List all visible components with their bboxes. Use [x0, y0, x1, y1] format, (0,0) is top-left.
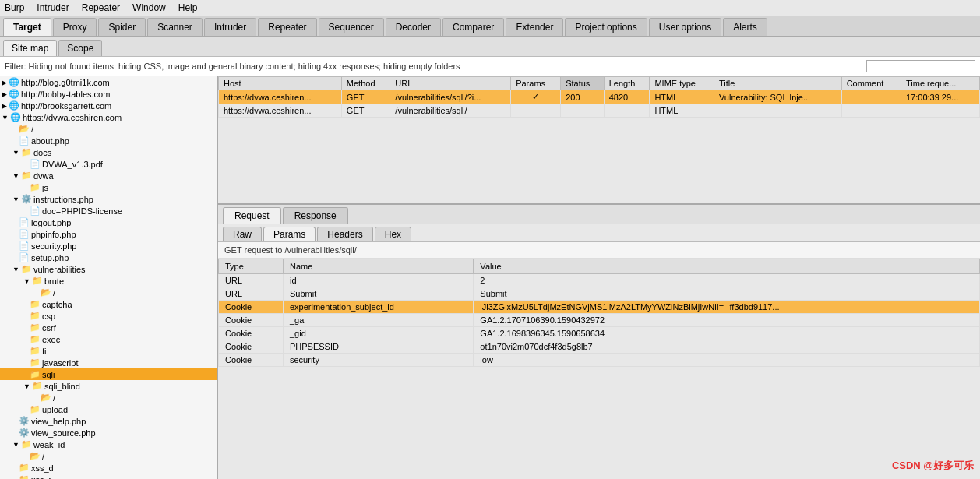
- request-row-1[interactable]: https://dvwa.ceshiren...GET/vulnerabilit…: [219, 104, 980, 118]
- tree-node-security[interactable]: 📄security.php: [0, 240, 217, 252]
- tree-arrow: ▶: [2, 102, 7, 110]
- menu-item-help[interactable]: Help: [177, 2, 199, 14]
- tab-extender[interactable]: Extender: [506, 18, 563, 36]
- tree-node-sqli_blind[interactable]: ▼📁sqli_blind: [0, 380, 217, 392]
- tree-node-doc_phpids[interactable]: 📄doc=PHPIDS-license: [0, 205, 217, 217]
- tab-intruder[interactable]: Intruder: [204, 18, 256, 36]
- tree-node-about[interactable]: 📄about.php: [0, 135, 217, 146]
- tree-node-instructions[interactable]: ▼⚙️instructions.php: [0, 193, 217, 205]
- tab-target[interactable]: Target: [3, 18, 51, 36]
- params-col-value: Value: [474, 259, 980, 274]
- tree-node-view_help[interactable]: ⚙️view_help.php: [0, 415, 217, 427]
- inner-tab-hex[interactable]: Hex: [375, 227, 411, 241]
- tab-decoder[interactable]: Decoder: [386, 18, 441, 36]
- tree-node-exec[interactable]: 📁exec: [0, 333, 217, 345]
- inner-tabs: const d8 = JSON.parse(document.getElemen…: [218, 224, 980, 242]
- tree-node-dvwa_pdf[interactable]: 📄DVWA_v1.3.pdf: [0, 158, 217, 170]
- tree-label: DVWA_v1.3.pdf: [42, 160, 103, 169]
- tab-scanner[interactable]: Scanner: [147, 18, 203, 36]
- tree-node-upload[interactable]: 📁upload: [0, 403, 217, 415]
- tree-node-brooksgarrett[interactable]: ▶🌐http://brooksgarrett.com: [0, 100, 217, 111]
- request-row-0[interactable]: https://dvwa.ceshiren...GET/vulnerabilit…: [219, 90, 980, 104]
- param-row-3[interactable]: Cookie_gaGA1.2.1707106390.1590432972: [219, 314, 980, 327]
- tree-node-captcha[interactable]: 📁captcha: [0, 298, 217, 310]
- tree-node-vulnerabilities[interactable]: ▼📁vulnerabilities: [0, 263, 217, 275]
- tab-sequencer[interactable]: Sequencer: [319, 18, 384, 36]
- col-header-comment[interactable]: Comment: [841, 77, 901, 90]
- param-cell-value: 2: [474, 274, 980, 287]
- tab-proxy[interactable]: Proxy: [53, 18, 97, 36]
- tree-node-blog[interactable]: ▶🌐http://blog.g0tmi1k.com: [0, 76, 217, 88]
- req-resp-tab-response[interactable]: Response: [283, 207, 348, 224]
- param-row-4[interactable]: Cookie_gidGA1.2.1698396345.1590658634: [219, 327, 980, 340]
- tree-icon-folder-closed: 📁: [30, 299, 41, 309]
- tree-node-brute[interactable]: ▼📁brute: [0, 275, 217, 287]
- menu-item-repeater[interactable]: Repeater: [80, 2, 122, 14]
- menu-item-intruder[interactable]: Intruder: [35, 2, 70, 14]
- col-header-url[interactable]: URL: [390, 77, 511, 90]
- col-header-title[interactable]: Title: [714, 77, 841, 90]
- col-header-host[interactable]: Host: [219, 77, 342, 90]
- tree-node-setup[interactable]: 📄setup.php: [0, 252, 217, 263]
- tree-icon-file: 📄: [19, 229, 30, 239]
- main-tab-bar: const d2 = JSON.parse(document.getElemen…: [0, 16, 980, 37]
- tab-user-options[interactable]: User options: [649, 18, 721, 36]
- request-cell: ✓: [511, 90, 561, 104]
- tree-node-dvwa_folder[interactable]: ▼📁dvwa: [0, 170, 217, 181]
- sub-tab-scope[interactable]: Scope: [58, 40, 102, 56]
- param-row-0[interactable]: URLid2: [219, 274, 980, 287]
- tree-node-javascript[interactable]: 📁javascript: [0, 357, 217, 368]
- request-cell: [841, 104, 901, 118]
- tree-node-view_source[interactable]: ⚙️view_source.php: [0, 427, 217, 438]
- col-header-method[interactable]: Method: [341, 77, 390, 90]
- menu-item-window[interactable]: Window: [131, 2, 167, 14]
- param-cell-name: experimentation_subject_id: [283, 301, 473, 314]
- tree-node-docs[interactable]: ▼📁docs: [0, 146, 217, 158]
- param-row-2[interactable]: Cookieexperimentation_subject_idlJl3ZGlx…: [219, 301, 980, 314]
- tab-repeater[interactable]: Repeater: [258, 18, 316, 36]
- tree-node-xss_d[interactable]: 📁xss_d: [0, 462, 217, 474]
- tree-node-fi[interactable]: 📁fi: [0, 345, 217, 357]
- req-resp-tab-request[interactable]: Request: [223, 207, 281, 224]
- tree-node-logout[interactable]: 📄logout.php: [0, 217, 217, 228]
- param-cell-value: GA1.2.1698396345.1590658634: [474, 327, 980, 340]
- sub-tab-site-map[interactable]: Site map: [3, 40, 57, 56]
- tree-node-phpinfo[interactable]: 📄phpinfo.php: [0, 228, 217, 240]
- param-cell-value: GA1.2.1707106390.1590432972: [474, 314, 980, 327]
- param-row-5[interactable]: CookiePHPSESSIDot1n70vi2m070dcf4f3d5g8lb…: [219, 340, 980, 354]
- param-row-1[interactable]: URLSubmitSubmit: [219, 287, 980, 301]
- inner-tab-raw[interactable]: Raw: [223, 227, 262, 241]
- menu-item-burp[interactable]: Burp: [3, 2, 26, 14]
- tab-project-options[interactable]: Project options: [565, 18, 647, 36]
- tree-node-csp[interactable]: 📁csp: [0, 310, 217, 322]
- tree-node-root_slash[interactable]: 📂/: [0, 123, 217, 135]
- tree-node-weak_id[interactable]: ▼📁weak_id: [0, 438, 217, 450]
- tree-node-bobby[interactable]: ▶🌐http://bobby-tables.com: [0, 88, 217, 100]
- tab-comparer[interactable]: Comparer: [442, 18, 504, 36]
- main-layout: const d4 = JSON.parse(document.getElemen…: [0, 76, 980, 479]
- col-header-mime-type[interactable]: MIME type: [650, 77, 714, 90]
- tree-node-xss_r[interactable]: 📁xss_r: [0, 474, 217, 479]
- tree-node-sqli[interactable]: 📁sqli: [0, 368, 217, 380]
- tree-icon-file: 📄: [19, 241, 30, 251]
- tree-node-brute_slash[interactable]: 📂/: [0, 287, 217, 298]
- col-header-params[interactable]: Params: [511, 77, 561, 90]
- param-row-6[interactable]: Cookiesecuritylow: [219, 354, 980, 367]
- request-cell: 4820: [604, 90, 650, 104]
- tree-node-csrf[interactable]: 📁csrf: [0, 322, 217, 333]
- tree-node-weak_id_slash[interactable]: 📂/: [0, 450, 217, 462]
- filter-search-input[interactable]: [866, 60, 975, 72]
- tree-node-dvwa[interactable]: ▼🌐https://dvwa.ceshiren.com: [0, 111, 217, 123]
- tree-icon-file: 📄: [30, 159, 41, 169]
- col-header-time-reque---[interactable]: Time reque...: [901, 77, 979, 90]
- get-request-label: GET request to /vulnerabilities/sqli/: [218, 242, 980, 259]
- col-header-status[interactable]: Status: [561, 77, 605, 90]
- tree-node-sqli_blind_slash[interactable]: 📂/: [0, 392, 217, 403]
- tree-label: view_source.php: [31, 428, 96, 438]
- tab-alerts[interactable]: Alerts: [723, 18, 767, 36]
- inner-tab-params[interactable]: Params: [263, 227, 316, 241]
- tree-node-js[interactable]: 📁js: [0, 181, 217, 193]
- inner-tab-headers[interactable]: Headers: [317, 227, 372, 241]
- tab-spider[interactable]: Spider: [98, 18, 146, 36]
- col-header-length[interactable]: Length: [604, 77, 650, 90]
